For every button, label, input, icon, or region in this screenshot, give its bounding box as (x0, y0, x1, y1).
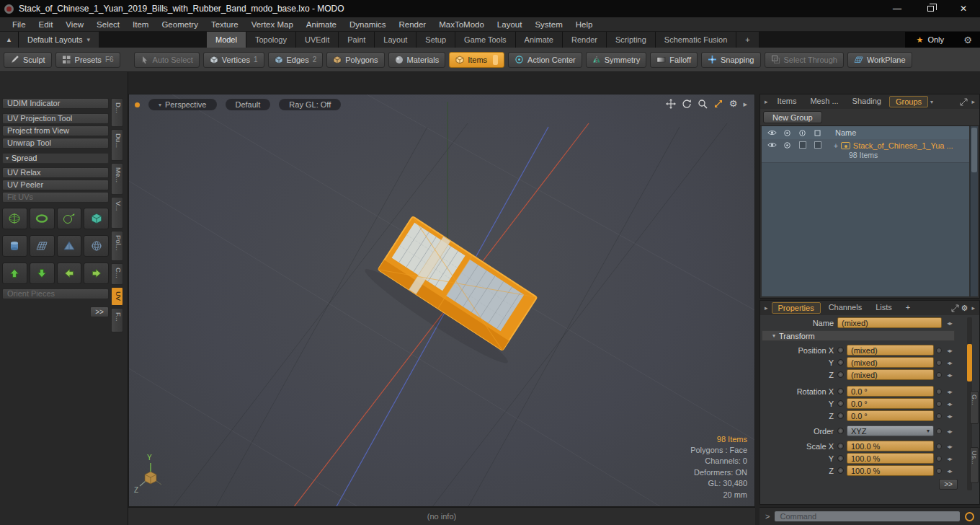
spread-section-header[interactable]: ▾ Spread (2, 153, 109, 164)
spinner-arrows-icon[interactable]: ◂▸ (944, 359, 955, 366)
menu-geometry[interactable]: Geometry (155, 17, 205, 32)
layout-settings-button[interactable]: ⚙ (956, 32, 980, 48)
spinner-arrows-icon[interactable]: ◂▸ (944, 347, 955, 354)
position-z-field[interactable]: (mixed) (847, 369, 934, 380)
panel-flyout-icon[interactable]: ▸ (970, 98, 976, 105)
spinner-arrows-icon[interactable]: ◂▸ (944, 412, 955, 420)
tab-properties[interactable]: Properties (772, 302, 821, 314)
mini-slider-handle[interactable] (936, 348, 942, 353)
materials-mode-button[interactable]: Materials (388, 52, 446, 68)
workplane-button[interactable]: WorkPlane (847, 52, 912, 68)
panel-gear-icon[interactable]: ⚙ (961, 303, 968, 313)
tool-uv-peeler[interactable]: UV Peeler (2, 180, 109, 190)
visibility-column-header[interactable] (765, 129, 780, 136)
tab-topology[interactable]: Topology (246, 32, 296, 48)
move-down-button[interactable] (30, 262, 55, 284)
channel-scroll-thumb[interactable] (967, 344, 972, 381)
only-toggle[interactable]: ★ Only (905, 32, 956, 48)
spinner-arrows-icon[interactable]: ◂▸ (944, 455, 955, 462)
command-history-icon[interactable] (965, 512, 974, 521)
info-column-header[interactable] (795, 129, 810, 137)
menu-select[interactable]: Select (90, 17, 126, 32)
envelope-toggle[interactable] (837, 428, 844, 434)
auto-select-button[interactable]: Auto Select (134, 52, 200, 68)
scale-x-field[interactable]: 100.0 % (847, 441, 934, 451)
panel-collapse-icon[interactable]: ▸ (763, 304, 770, 312)
move-up-button[interactable] (2, 262, 27, 284)
name-field[interactable]: (mixed) (837, 317, 942, 328)
menu-texture[interactable]: Texture (205, 17, 245, 32)
edges-mode-button[interactable]: Edges 2 (268, 52, 324, 68)
tab-mesh[interactable]: Mesh ... (804, 96, 844, 107)
sculpt-button[interactable]: Sculpt (4, 52, 52, 68)
vertices-mode-button[interactable]: Vertices 1 (203, 52, 264, 68)
symmetry-button[interactable]: Symmetry (586, 52, 647, 68)
falloff-button[interactable]: Falloff (650, 52, 698, 68)
action-center-button[interactable]: Action Center (508, 52, 582, 68)
move-left-button[interactable] (57, 262, 82, 284)
group-name[interactable]: Stack_of_Chinese_1_Yua ... (853, 141, 953, 150)
tab-game-tools[interactable]: Game Tools (455, 32, 516, 48)
toolbox-more-button[interactable]: >> (90, 306, 109, 317)
envelope-toggle[interactable] (837, 388, 844, 394)
select-through-button[interactable]: Select Through (765, 52, 844, 68)
move-right-button[interactable] (84, 262, 109, 284)
zoom-icon[interactable] (698, 99, 708, 109)
menu-view[interactable]: View (59, 17, 90, 32)
envelope-toggle[interactable] (837, 455, 844, 462)
bills-stack-object[interactable] (360, 211, 546, 371)
tab-model[interactable]: Model (207, 32, 246, 48)
tool-uv-projection[interactable]: UV Projection Tool (2, 113, 109, 124)
lock-column-header[interactable] (810, 129, 825, 137)
mini-slider-handle[interactable] (936, 413, 942, 419)
close-button[interactable]: ✕ (947, 0, 980, 17)
tab-overflow-icon[interactable]: ▾ (930, 99, 933, 105)
items-mode-button[interactable]: Items (449, 52, 504, 68)
menu-system[interactable]: System (528, 17, 569, 32)
menu-animate[interactable]: Animate (300, 17, 343, 32)
mini-slider-handle[interactable] (936, 456, 942, 462)
envelope-toggle[interactable] (837, 347, 844, 353)
spinner-arrows-icon[interactable]: ◂▸ (944, 371, 955, 379)
menu-layout[interactable]: Layout (491, 17, 529, 32)
box-projection-button[interactable] (84, 208, 109, 229)
viewport-settings-gear-icon[interactable]: ⚙ (729, 99, 738, 109)
side-tab-d[interactable]: D... (111, 98, 123, 127)
tab-animate[interactable]: Animate (516, 32, 563, 48)
3d-viewport[interactable]: Y Z ▾ Perspective Default Ray GL: Off ⚙ … (128, 94, 755, 507)
name-column-header[interactable]: Name (825, 128, 856, 137)
minimize-button[interactable]: — (881, 0, 914, 17)
rotation-y-field[interactable]: 0.0 ° (847, 398, 934, 409)
tab-layout[interactable]: Layout (375, 32, 416, 48)
properties-more-button[interactable]: >> (939, 479, 958, 490)
scrollbar-thumb[interactable] (971, 128, 977, 172)
order-dropdown[interactable]: XYZ ▾ (847, 425, 934, 436)
side-tab-du[interactable]: Du... (111, 129, 123, 161)
triangle-tool-button[interactable] (57, 235, 82, 257)
tab-setup[interactable]: Setup (416, 32, 455, 48)
shading-style-dropdown[interactable]: Default (226, 99, 271, 110)
tool-project-from-view[interactable]: Project from View (2, 125, 109, 136)
mini-slider-handle[interactable] (936, 444, 942, 449)
envelope-toggle[interactable] (837, 371, 844, 378)
camera-view-dropdown[interactable]: ▾ Perspective (148, 99, 217, 110)
spinner-arrows-icon[interactable]: ◂▸ (944, 467, 955, 475)
tab-shading[interactable]: Shading (847, 96, 887, 107)
snapping-button[interactable]: Snapping (701, 52, 761, 68)
spinner-arrows-icon[interactable]: ◂▸ (944, 400, 955, 407)
spherical-projection-button[interactable] (57, 208, 82, 229)
layouts-dropdown[interactable]: Default Layouts ▾ (19, 32, 99, 48)
row-render-toggle[interactable] (780, 141, 795, 149)
envelope-toggle[interactable] (837, 400, 844, 407)
maximize-viewport-icon[interactable] (713, 99, 723, 109)
envelope-toggle[interactable] (837, 359, 844, 366)
menu-help[interactable]: Help (569, 17, 600, 32)
panel-collapse-icon[interactable]: ▸ (763, 98, 770, 105)
mini-slider-handle[interactable] (936, 401, 942, 407)
polygons-mode-button[interactable]: Polygons (326, 52, 384, 68)
panel-flyout-icon[interactable]: ▸ (970, 304, 976, 312)
menu-vertex-map[interactable]: Vertex Map (245, 17, 300, 32)
side-tab-c[interactable]: C... (111, 263, 123, 285)
tab-add-layout[interactable]: + (736, 32, 759, 48)
tool-udim-indicator[interactable]: UDIM Indicator (2, 98, 109, 109)
